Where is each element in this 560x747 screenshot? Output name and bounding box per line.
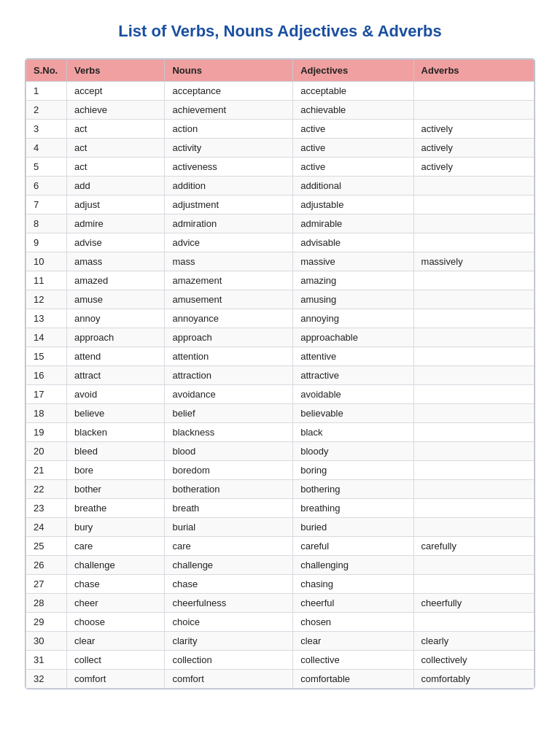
cell-adjective: bothering: [293, 480, 413, 499]
cell-noun: care: [165, 537, 293, 556]
cell-sno: 9: [26, 233, 67, 252]
cell-adverb: cheerfully: [413, 594, 534, 613]
cell-adjective: adjustable: [293, 196, 413, 214]
header-adjectives: Adjectives: [293, 60, 413, 82]
cell-noun: activity: [165, 139, 293, 158]
cell-adverb: comfortably: [413, 670, 534, 689]
cell-sno: 12: [26, 290, 67, 309]
cell-adjective: believable: [293, 404, 413, 423]
cell-adverb: [413, 214, 534, 233]
cell-adverb: [413, 499, 534, 518]
cell-sno: 8: [26, 214, 67, 233]
cell-noun: activeness: [165, 158, 293, 177]
cell-adjective: additional: [293, 177, 413, 196]
cell-sno: 31: [26, 651, 67, 670]
cell-verb: accept: [67, 82, 165, 101]
cell-verb: comfort: [67, 670, 165, 689]
cell-verb: collect: [67, 651, 165, 670]
cell-sno: 23: [26, 499, 67, 518]
cell-verb: breathe: [67, 499, 165, 518]
cell-noun: amusement: [165, 290, 293, 309]
cell-noun: amazement: [165, 271, 293, 290]
cell-sno: 13: [26, 309, 67, 328]
table-row: 7adjustadjustmentadjustable: [26, 196, 534, 214]
table-wrapper: S.No. Verbs Nouns Adjectives Adverbs 1ac…: [25, 58, 535, 689]
cell-sno: 20: [26, 442, 67, 461]
table-row: 24buryburialburied: [26, 518, 534, 537]
cell-noun: collection: [165, 651, 293, 670]
cell-adjective: chosen: [293, 613, 413, 632]
cell-verb: bore: [67, 461, 165, 480]
table-row: 3actactionactiveactively: [26, 120, 534, 139]
cell-noun: challenge: [165, 556, 293, 575]
table-row: 15attendattentionattentive: [26, 347, 534, 366]
cell-noun: approach: [165, 328, 293, 347]
table-row: 22botherbotherationbothering: [26, 480, 534, 499]
cell-verb: amass: [67, 252, 165, 271]
cell-adjective: active: [293, 158, 413, 177]
cell-sno: 14: [26, 328, 67, 347]
cell-sno: 32: [26, 670, 67, 689]
cell-adjective: boring: [293, 461, 413, 480]
cell-adverb: [413, 442, 534, 461]
cell-adjective: approachable: [293, 328, 413, 347]
cell-verb: achieve: [67, 101, 165, 120]
cell-noun: burial: [165, 518, 293, 537]
cell-verb: bleed: [67, 442, 165, 461]
cell-noun: blood: [165, 442, 293, 461]
cell-verb: cheer: [67, 594, 165, 613]
table-row: 32comfortcomfortcomfortablecomfortably: [26, 670, 534, 689]
cell-noun: chase: [165, 575, 293, 594]
cell-verb: chase: [67, 575, 165, 594]
cell-adverb: [413, 328, 534, 347]
cell-sno: 24: [26, 518, 67, 537]
cell-sno: 25: [26, 537, 67, 556]
table-row: 17avoidavoidanceavoidable: [26, 385, 534, 404]
cell-adverb: [413, 575, 534, 594]
table-row: 12amuseamusementamusing: [26, 290, 534, 309]
table-row: 23breathebreathbreathing: [26, 499, 534, 518]
cell-verb: attend: [67, 347, 165, 366]
cell-adjective: massive: [293, 252, 413, 271]
table-row: 19blackenblacknessblack: [26, 423, 534, 442]
cell-adverb: [413, 271, 534, 290]
cell-adverb: [413, 385, 534, 404]
cell-verb: challenge: [67, 556, 165, 575]
cell-adverb: [413, 613, 534, 632]
cell-verb: approach: [67, 328, 165, 347]
cell-noun: addition: [165, 177, 293, 196]
table-row: 13annoyannoyanceannoying: [26, 309, 534, 328]
table-row: 20bleedbloodbloody: [26, 442, 534, 461]
cell-sno: 3: [26, 120, 67, 139]
cell-noun: attention: [165, 347, 293, 366]
cell-adjective: bloody: [293, 442, 413, 461]
cell-adverb: actively: [413, 120, 534, 139]
cell-adverb: [413, 82, 534, 101]
cell-sno: 30: [26, 632, 67, 651]
cell-noun: achievement: [165, 101, 293, 120]
cell-adjective: cheerful: [293, 594, 413, 613]
cell-adverb: [413, 101, 534, 120]
cell-adjective: admirable: [293, 214, 413, 233]
cell-adjective: chasing: [293, 575, 413, 594]
cell-sno: 18: [26, 404, 67, 423]
cell-adjective: collective: [293, 651, 413, 670]
cell-sno: 28: [26, 594, 67, 613]
cell-verb: adjust: [67, 196, 165, 214]
cell-verb: annoy: [67, 309, 165, 328]
header-nouns: Nouns: [165, 60, 293, 82]
table-row: 25carecarecarefulcarefully: [26, 537, 534, 556]
cell-sno: 27: [26, 575, 67, 594]
cell-verb: amuse: [67, 290, 165, 309]
cell-adverb: [413, 480, 534, 499]
cell-adverb: [413, 233, 534, 252]
cell-adjective: avoidable: [293, 385, 413, 404]
cell-sno: 21: [26, 461, 67, 480]
cell-adjective: black: [293, 423, 413, 442]
table-row: 14approachapproachapproachable: [26, 328, 534, 347]
table-row: 16attractattractionattractive: [26, 366, 534, 385]
cell-noun: cheerfulness: [165, 594, 293, 613]
cell-sno: 29: [26, 613, 67, 632]
cell-verb: act: [67, 158, 165, 177]
cell-adjective: achievable: [293, 101, 413, 120]
